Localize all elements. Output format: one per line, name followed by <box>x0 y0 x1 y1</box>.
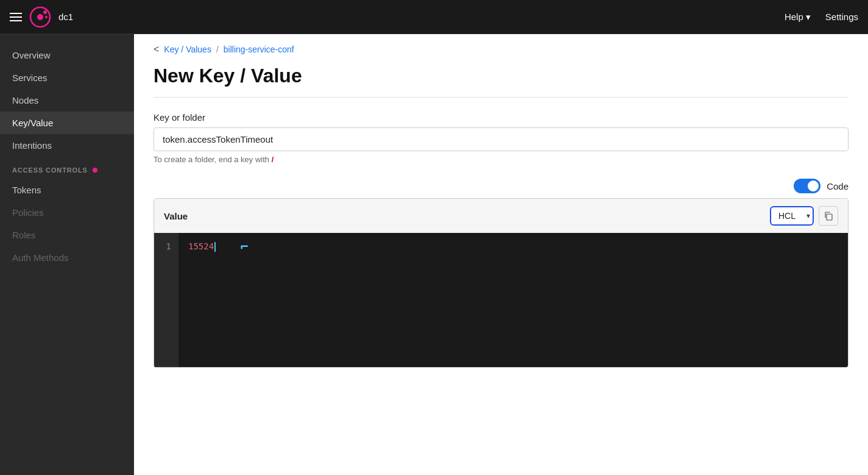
breadcrumb-separator: / <box>216 45 219 54</box>
sidebar-item-intentions[interactable]: Intentions <box>0 134 134 157</box>
access-controls-status-dot <box>93 168 97 173</box>
sidebar-item-services[interactable]: Services <box>0 66 134 89</box>
back-button[interactable]: < <box>153 44 159 55</box>
code-editor: 1 15524 ⌐ <box>154 233 848 367</box>
logo <box>29 6 51 28</box>
sidebar-item-roles[interactable]: Roles <box>0 224 134 246</box>
page-title: New Key / Value <box>134 55 868 92</box>
format-selector-wrapper[interactable]: HCL JSON YAML ▾ <box>770 206 814 226</box>
help-button[interactable]: Help ▾ <box>785 12 811 23</box>
svg-point-1 <box>37 14 43 20</box>
line-numbers: 1 <box>154 233 178 367</box>
code-toggle-row: Code <box>134 174 868 198</box>
key-field-label: Key or folder <box>153 112 849 123</box>
sidebar: Overview Services Nodes Key/Value Intent… <box>0 34 134 475</box>
code-value: 15524 <box>188 241 214 251</box>
value-editor: Value HCL JSON YAML ▾ <box>153 198 849 368</box>
code-toggle[interactable] <box>794 179 820 193</box>
sidebar-item-nodes[interactable]: Nodes <box>0 89 134 112</box>
title-divider <box>153 97 849 98</box>
settings-button[interactable]: Settings <box>825 12 858 22</box>
sidebar-item-auth-methods[interactable]: Auth Methods <box>0 246 134 269</box>
bracket-icon: ⌐ <box>241 239 249 254</box>
sidebar-item-keyvalue[interactable]: Key/Value <box>0 112 134 134</box>
sidebar-item-policies[interactable]: Policies <box>0 201 134 224</box>
code-cursor <box>214 242 216 252</box>
code-toggle-label: Code <box>827 181 849 191</box>
sidebar-item-overview[interactable]: Overview <box>0 44 134 66</box>
value-toolbar: HCL JSON YAML ▾ <box>770 206 838 226</box>
code-content[interactable]: 15524 ⌐ <box>178 233 848 367</box>
menu-button[interactable] <box>10 13 22 21</box>
key-input[interactable] <box>153 127 849 151</box>
format-selector[interactable]: HCL JSON YAML <box>774 209 816 223</box>
breadcrumb: < Key / Values / billing-service-conf <box>134 34 868 55</box>
breadcrumb-current[interactable]: billing-service-conf <box>224 45 294 54</box>
access-controls-section-label: ACCESS CONTROLS <box>0 157 134 179</box>
chevron-down-icon: ▾ <box>806 12 811 23</box>
value-label: Value <box>164 211 188 221</box>
helper-text: To create a folder, end a key with / <box>153 155 849 164</box>
svg-rect-4 <box>827 214 832 220</box>
sidebar-item-tokens[interactable]: Tokens <box>0 179 134 201</box>
svg-point-3 <box>45 16 48 18</box>
copy-button[interactable] <box>819 206 838 226</box>
key-field-section: Key or folder To create a folder, end a … <box>134 102 868 174</box>
helper-slash: / <box>272 155 274 164</box>
datacenter-label: dc1 <box>58 12 73 22</box>
svg-point-2 <box>43 10 47 14</box>
main-content: < Key / Values / billing-service-conf Ne… <box>134 34 868 475</box>
breadcrumb-parent[interactable]: Key / Values <box>164 45 211 54</box>
value-editor-header: Value HCL JSON YAML ▾ <box>154 199 848 233</box>
top-navigation: dc1 Help ▾ Settings <box>0 0 868 34</box>
